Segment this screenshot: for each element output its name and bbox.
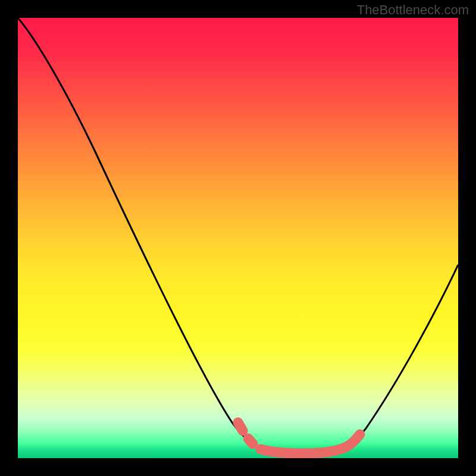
highlight-segment: [238, 422, 360, 453]
chart-svg: [18, 18, 458, 458]
bottleneck-curve: [18, 18, 458, 454]
plot-area: [18, 18, 458, 458]
watermark-text: TheBottleneck.com: [357, 2, 469, 18]
